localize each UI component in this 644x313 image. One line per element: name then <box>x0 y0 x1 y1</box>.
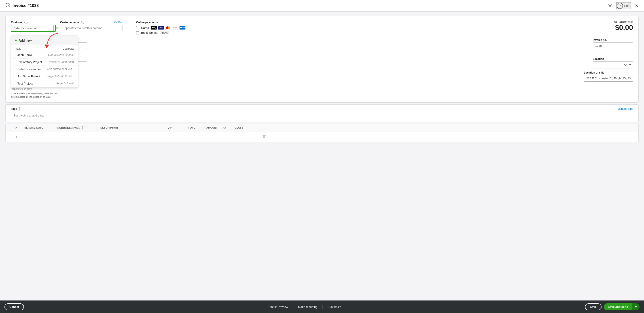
dropdown-item-type-2: Sub-customer of Joh... <box>47 68 74 71</box>
row-tax[interactable] <box>219 135 233 138</box>
customer-label: Customer ? <box>11 21 56 24</box>
service-date-input[interactable] <box>24 135 52 139</box>
help-circle-icon: ? <box>617 3 623 9</box>
col-qty: QTY <box>157 124 175 132</box>
col-rate: RATE <box>175 124 197 132</box>
customer-field-group: Customer ? ▼ <box>11 21 56 32</box>
table-section: # SERVICE DATE PRODUCT/SERVICE ? DESCRIP… <box>5 124 639 142</box>
row-drag-handle[interactable]: ⋮⋮ <box>6 133 14 140</box>
email-label: Customer email ? <box>60 21 84 24</box>
cards-payment-option: Cards ⌘Pay VISA DISC AMEX <box>136 26 186 30</box>
description-input[interactable] <box>100 135 155 139</box>
dropdown-item-sub-customer-jon[interactable]: Sub Customer Jon Sub-customer of Joh... <box>11 66 78 73</box>
svg-rect-6 <box>264 135 265 135</box>
col-num: # <box>14 124 22 132</box>
col-delete <box>260 124 268 132</box>
mastercard-icon <box>165 26 171 30</box>
invoice-fields-row: Invoice date Create recurring invoice Du… <box>11 38 633 54</box>
discover-icon: DISC <box>172 26 178 30</box>
row-rate[interactable] <box>175 135 197 138</box>
product-service-info-icon: ? <box>81 126 84 130</box>
row-service-date[interactable] <box>22 133 54 141</box>
settings-button[interactable] <box>608 4 612 8</box>
dropdown-item-type-4: Project of Intuit <box>56 82 74 85</box>
tags-section: Tags ? Manage tags <box>5 104 639 122</box>
customer-dropdown-button[interactable]: ▼ <box>54 25 60 31</box>
col-amount: AMOUNT <box>197 124 219 132</box>
invoice-no-label: Invoice no. <box>593 38 633 42</box>
dropdown-item-john-snow[interactable]: John Snow Sub-customer of Intuit <box>11 52 78 58</box>
dropdown-item-type-3: Project of Sub Custo... <box>48 75 74 78</box>
balance-due-amount: $0.00 <box>614 24 633 32</box>
col-tax: TAX <box>219 124 233 132</box>
bank-transfer-checkbox[interactable] <box>136 31 139 34</box>
email-input[interactable] <box>60 25 123 31</box>
table-row: ⋮⋮ 1 <box>6 132 638 142</box>
svg-point-3 <box>168 26 170 29</box>
bottom-right-buttons: Save Save and send ▼ <box>585 304 640 310</box>
invoice-no-group: Invoice no. <box>593 38 633 49</box>
balance-due-label: BALANCE DUE <box>614 21 633 24</box>
row-product-service[interactable] <box>54 133 98 141</box>
not-printed-label: Not printed on form <box>11 88 51 90</box>
dropdown-item-name-1: Exploratory Project <box>18 60 42 64</box>
tags-input[interactable] <box>11 112 136 119</box>
manage-tags-link[interactable]: Manage tags <box>618 107 633 110</box>
cards-checkbox[interactable] <box>136 26 139 29</box>
customer-input[interactable] <box>12 25 54 31</box>
location-of-sale-input[interactable] <box>584 75 633 82</box>
cc-bcc-link[interactable]: Cc/Bcc <box>114 21 123 24</box>
online-payments-section: Online payments Cards ⌘Pay VISA D <box>136 21 186 36</box>
row-amount[interactable] <box>197 135 219 138</box>
plus-icon: + <box>15 38 17 42</box>
add-new-option[interactable]: + Add new <box>11 36 78 46</box>
cancel-button[interactable]: Cancel <box>4 304 24 310</box>
main-content: Customer ? ▼ Customer email ? Cc/Bcc <box>0 12 644 300</box>
save-button[interactable]: Save <box>585 304 602 310</box>
form-row-1: Customer ? ▼ Customer email ? Cc/Bcc <box>11 21 633 36</box>
dropdown-item-jon-snow-project[interactable]: Jon Snow Project Project of Sub Custo... <box>11 73 78 80</box>
location-of-sale-label: Location of sale <box>584 71 633 74</box>
bottom-center-buttons: Print or Preview | Make recurring | Cust… <box>263 304 346 309</box>
bottom-bar: Cancel Print or Preview | Make recurring… <box>0 300 644 313</box>
card-icons: ⌘Pay VISA DISC AMEX <box>151 26 186 30</box>
apple-pay-icon: ⌘Pay <box>151 26 157 30</box>
dropdown-item-test-project[interactable]: Test Project Project of Intuit <box>11 80 78 87</box>
customer-email-field-group: Customer email ? Cc/Bcc <box>60 21 123 31</box>
add-new-label: Add new <box>18 39 32 42</box>
top-bar-right: ? Help ✕ <box>608 2 639 10</box>
invoice-clock-icon <box>5 3 10 9</box>
online-payments-title: Online payments <box>136 21 186 24</box>
help-button[interactable]: ? Help <box>616 2 631 10</box>
location-arrow-icon: ▼ <box>627 63 633 66</box>
print-preview-button[interactable]: Print or Preview <box>263 305 293 308</box>
visa-icon: VISA <box>158 26 164 30</box>
save-send-dropdown-button[interactable]: ▼ <box>632 304 640 310</box>
bank-transfer-label: Bank transfer <box>141 31 158 34</box>
dropdown-item-name-4: Test Project <box>18 82 33 85</box>
svg-point-1 <box>609 5 611 6</box>
row-qty[interactable] <box>157 135 175 138</box>
close-button[interactable]: ✕ <box>635 3 639 8</box>
customize-button[interactable]: Customize <box>323 305 346 308</box>
invoice-no-input[interactable] <box>593 42 633 49</box>
dropdown-item-exploratory[interactable]: Exploratory Project Project of John Snow <box>11 58 78 66</box>
location-select[interactable] <box>593 62 627 68</box>
balance-due-section: BALANCE DUE $0.00 <box>614 21 633 32</box>
customer-input-wrap[interactable]: ▼ <box>11 25 56 32</box>
row-class[interactable] <box>233 135 260 138</box>
dropdown-header-name: Intuit <box>15 47 20 50</box>
top-bar-left: Invoice #1038 <box>5 3 39 9</box>
product-service-input[interactable] <box>56 135 97 139</box>
address-note: If no address is entered here, sales tax… <box>11 92 60 99</box>
row-description[interactable] <box>98 133 157 141</box>
make-recurring-button[interactable]: Make recurring <box>294 305 322 308</box>
table-header: # SERVICE DATE PRODUCT/SERVICE ? DESCRIP… <box>6 124 638 132</box>
row-delete-button[interactable] <box>260 133 268 141</box>
shipping-row: Shipping date Tracking no. Location ▼ <box>11 58 633 68</box>
save-send-button[interactable]: Save and send <box>604 304 632 310</box>
col-description: DESCRIPTION <box>98 124 157 132</box>
row-num: 1 <box>14 134 22 140</box>
location-select-wrap[interactable]: ▼ <box>593 62 633 68</box>
col-service-date: SERVICE DATE <box>22 124 54 132</box>
